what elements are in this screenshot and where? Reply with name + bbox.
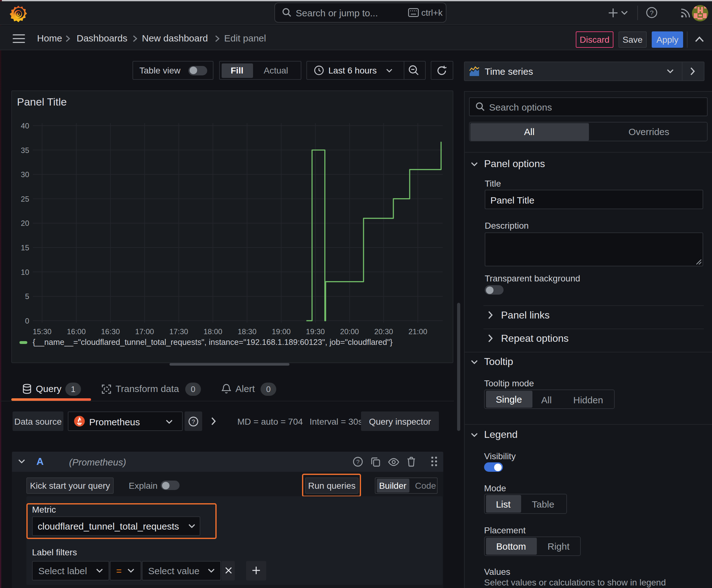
svg-text:20:30: 20:30: [374, 327, 393, 336]
svg-text:20:00: 20:00: [340, 327, 359, 336]
svg-text:{__name__="cloudflared_tunnel_: {__name__="cloudflared_tunnel_total_requ…: [33, 338, 393, 346]
svg-text:18:30: 18:30: [238, 327, 257, 336]
svg-text:?: ?: [356, 459, 360, 465]
svg-text:15:30: 15:30: [33, 327, 51, 336]
svg-text:19:00: 19:00: [272, 327, 291, 336]
svg-text:16:30: 16:30: [101, 327, 120, 336]
svg-text:19:30: 19:30: [306, 327, 325, 336]
svg-text:40: 40: [21, 122, 29, 130]
svg-text:17:00: 17:00: [135, 327, 154, 336]
svg-text:16:00: 16:00: [67, 327, 86, 336]
svg-text:18:00: 18:00: [203, 327, 222, 336]
svg-text:30: 30: [21, 170, 29, 179]
svg-text:?: ?: [650, 9, 654, 16]
svg-text:0: 0: [25, 317, 29, 325]
svg-text:25: 25: [21, 195, 29, 203]
svg-text:5: 5: [25, 292, 29, 300]
svg-text:10: 10: [21, 268, 29, 276]
svg-text:15: 15: [21, 244, 29, 252]
svg-text:21:00: 21:00: [408, 327, 427, 336]
svg-text:20: 20: [21, 219, 29, 227]
svg-text:?: ?: [192, 418, 195, 425]
svg-text:17:30: 17:30: [169, 327, 188, 336]
svg-text:35: 35: [21, 146, 29, 154]
